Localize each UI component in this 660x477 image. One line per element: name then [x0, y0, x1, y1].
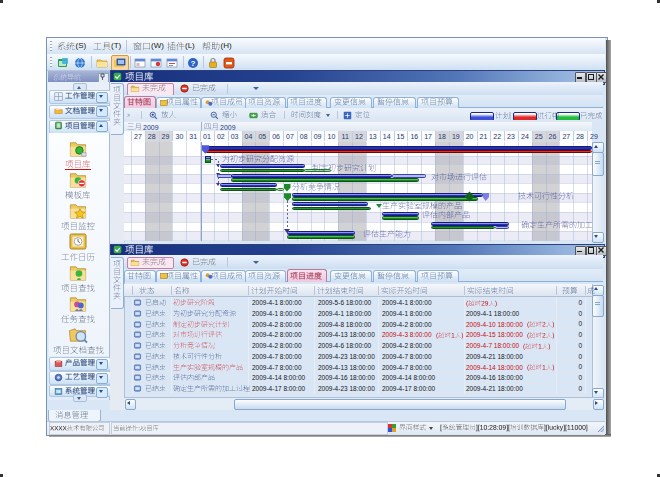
svg-text:?: ?	[191, 59, 196, 68]
